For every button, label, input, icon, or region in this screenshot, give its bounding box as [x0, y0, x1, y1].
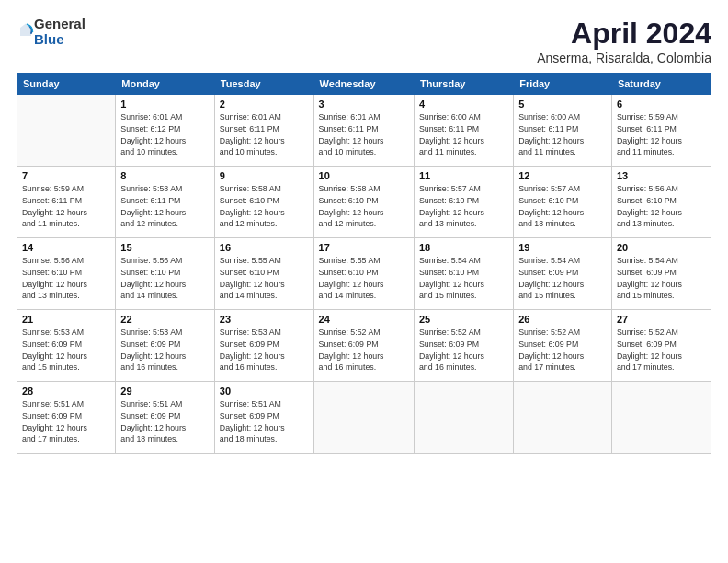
week-row-1: 1Sunrise: 6:01 AM Sunset: 6:12 PM Daylig…: [17, 95, 711, 167]
location-subtitle: Anserma, Risaralda, Colombia: [537, 51, 711, 65]
day-cell: [17, 95, 116, 167]
day-cell: 5Sunrise: 6:00 AM Sunset: 6:11 PM Daylig…: [514, 95, 612, 167]
day-info: Sunrise: 5:51 AM Sunset: 6:09 PM Dayligh…: [220, 398, 309, 445]
day-number: 7: [22, 170, 110, 181]
day-info: Sunrise: 5:53 AM Sunset: 6:09 PM Dayligh…: [22, 327, 110, 373]
day-info: Sunrise: 5:52 AM Sunset: 6:09 PM Dayligh…: [617, 327, 706, 373]
day-info: Sunrise: 6:01 AM Sunset: 6:11 PM Dayligh…: [319, 111, 409, 158]
logo-blue: Blue: [34, 31, 64, 47]
day-info: Sunrise: 6:00 AM Sunset: 6:11 PM Dayligh…: [419, 111, 508, 158]
col-header-tuesday: Tuesday: [214, 74, 313, 95]
day-number: 24: [319, 314, 409, 325]
day-info: Sunrise: 6:00 AM Sunset: 6:11 PM Dayligh…: [518, 111, 607, 158]
day-info: Sunrise: 5:56 AM Sunset: 6:10 PM Dayligh…: [617, 183, 706, 230]
day-cell: 2Sunrise: 6:01 AM Sunset: 6:11 PM Daylig…: [214, 95, 313, 167]
day-info: Sunrise: 5:51 AM Sunset: 6:09 PM Dayligh…: [22, 398, 110, 445]
day-info: Sunrise: 6:01 AM Sunset: 6:12 PM Dayligh…: [120, 111, 210, 158]
day-number: 11: [419, 170, 508, 181]
header: General Blue April 2024 Anserma, Risaral…: [17, 17, 711, 65]
day-number: 5: [518, 98, 607, 109]
day-cell: 13Sunrise: 5:56 AM Sunset: 6:10 PM Dayli…: [611, 167, 711, 238]
logo-icon: [17, 22, 34, 39]
day-number: 17: [319, 242, 409, 253]
day-info: Sunrise: 5:53 AM Sunset: 6:09 PM Dayligh…: [120, 327, 210, 373]
day-number: 4: [419, 98, 508, 109]
day-info: Sunrise: 5:57 AM Sunset: 6:10 PM Dayligh…: [518, 183, 607, 230]
col-header-thursday: Thursday: [414, 74, 513, 95]
day-cell: 3Sunrise: 6:01 AM Sunset: 6:11 PM Daylig…: [313, 95, 414, 167]
day-number: 1: [120, 98, 210, 109]
col-header-sunday: Sunday: [17, 74, 116, 95]
day-number: 8: [120, 170, 210, 181]
day-cell: 29Sunrise: 5:51 AM Sunset: 6:09 PM Dayli…: [116, 382, 215, 454]
month-title: April 2024: [537, 17, 711, 51]
logo-general: General: [34, 16, 85, 31]
day-info: Sunrise: 5:58 AM Sunset: 6:10 PM Dayligh…: [319, 183, 409, 230]
day-number: 18: [419, 242, 508, 253]
day-cell: 10Sunrise: 5:58 AM Sunset: 6:10 PM Dayli…: [313, 167, 414, 238]
day-info: Sunrise: 5:57 AM Sunset: 6:10 PM Dayligh…: [419, 183, 508, 230]
day-info: Sunrise: 5:54 AM Sunset: 6:09 PM Dayligh…: [518, 255, 607, 302]
week-row-3: 14Sunrise: 5:56 AM Sunset: 6:10 PM Dayli…: [17, 238, 711, 310]
day-cell: 9Sunrise: 5:58 AM Sunset: 6:10 PM Daylig…: [214, 167, 313, 238]
day-info: Sunrise: 5:52 AM Sunset: 6:09 PM Dayligh…: [319, 327, 409, 373]
day-cell: 18Sunrise: 5:54 AM Sunset: 6:10 PM Dayli…: [414, 238, 513, 310]
day-info: Sunrise: 5:51 AM Sunset: 6:09 PM Dayligh…: [120, 398, 210, 445]
col-header-wednesday: Wednesday: [313, 74, 414, 95]
day-cell: [414, 382, 513, 454]
day-cell: 21Sunrise: 5:53 AM Sunset: 6:09 PM Dayli…: [17, 310, 116, 382]
calendar-table: SundayMondayTuesdayWednesdayThursdayFrid…: [17, 73, 711, 454]
day-number: 22: [120, 314, 210, 325]
day-number: 19: [518, 242, 607, 253]
day-cell: 27Sunrise: 5:52 AM Sunset: 6:09 PM Dayli…: [611, 310, 711, 382]
day-number: 10: [319, 170, 409, 181]
week-row-2: 7Sunrise: 5:59 AM Sunset: 6:11 PM Daylig…: [17, 167, 711, 238]
day-cell: 8Sunrise: 5:58 AM Sunset: 6:11 PM Daylig…: [116, 167, 215, 238]
day-number: 23: [220, 314, 309, 325]
day-cell: [611, 382, 711, 454]
day-cell: 17Sunrise: 5:55 AM Sunset: 6:10 PM Dayli…: [313, 238, 414, 310]
day-cell: 6Sunrise: 5:59 AM Sunset: 6:11 PM Daylig…: [611, 95, 711, 167]
day-number: 14: [22, 242, 110, 253]
header-row: SundayMondayTuesdayWednesdayThursdayFrid…: [17, 74, 711, 95]
day-info: Sunrise: 5:54 AM Sunset: 6:10 PM Dayligh…: [419, 255, 508, 302]
day-info: Sunrise: 5:58 AM Sunset: 6:11 PM Dayligh…: [120, 183, 210, 230]
day-number: 12: [518, 170, 607, 181]
day-cell: 7Sunrise: 5:59 AM Sunset: 6:11 PM Daylig…: [17, 167, 116, 238]
day-number: 13: [617, 170, 706, 181]
day-number: 26: [518, 314, 607, 325]
day-info: Sunrise: 5:59 AM Sunset: 6:11 PM Dayligh…: [22, 183, 110, 230]
day-info: Sunrise: 5:56 AM Sunset: 6:10 PM Dayligh…: [120, 255, 210, 302]
week-row-4: 21Sunrise: 5:53 AM Sunset: 6:09 PM Dayli…: [17, 310, 711, 382]
day-cell: 19Sunrise: 5:54 AM Sunset: 6:09 PM Dayli…: [514, 238, 612, 310]
week-row-5: 28Sunrise: 5:51 AM Sunset: 6:09 PM Dayli…: [17, 382, 711, 454]
day-info: Sunrise: 5:52 AM Sunset: 6:09 PM Dayligh…: [518, 327, 607, 373]
day-cell: 1Sunrise: 6:01 AM Sunset: 6:12 PM Daylig…: [116, 95, 215, 167]
col-header-friday: Friday: [514, 74, 612, 95]
day-cell: 16Sunrise: 5:55 AM Sunset: 6:10 PM Dayli…: [214, 238, 313, 310]
day-info: Sunrise: 5:55 AM Sunset: 6:10 PM Dayligh…: [220, 255, 309, 302]
day-info: Sunrise: 5:59 AM Sunset: 6:11 PM Dayligh…: [617, 111, 706, 158]
day-info: Sunrise: 5:55 AM Sunset: 6:10 PM Dayligh…: [319, 255, 409, 302]
day-number: 25: [419, 314, 508, 325]
day-cell: 30Sunrise: 5:51 AM Sunset: 6:09 PM Dayli…: [214, 382, 313, 454]
day-number: 6: [617, 98, 706, 109]
day-info: Sunrise: 5:52 AM Sunset: 6:09 PM Dayligh…: [419, 327, 508, 373]
day-cell: [313, 382, 414, 454]
day-info: Sunrise: 5:53 AM Sunset: 6:09 PM Dayligh…: [220, 327, 309, 373]
day-info: Sunrise: 5:58 AM Sunset: 6:10 PM Dayligh…: [220, 183, 309, 230]
title-block: April 2024 Anserma, Risaralda, Colombia: [537, 17, 711, 65]
day-number: 21: [22, 314, 110, 325]
day-cell: 14Sunrise: 5:56 AM Sunset: 6:10 PM Dayli…: [17, 238, 116, 310]
day-number: 16: [220, 242, 309, 253]
day-number: 2: [220, 98, 309, 109]
day-number: 15: [120, 242, 210, 253]
day-cell: 20Sunrise: 5:54 AM Sunset: 6:09 PM Dayli…: [611, 238, 711, 310]
day-number: 30: [220, 385, 309, 396]
day-cell: 26Sunrise: 5:52 AM Sunset: 6:09 PM Dayli…: [514, 310, 612, 382]
page: General Blue April 2024 Anserma, Risaral…: [0, 0, 728, 563]
day-cell: 12Sunrise: 5:57 AM Sunset: 6:10 PM Dayli…: [514, 167, 612, 238]
day-cell: 15Sunrise: 5:56 AM Sunset: 6:10 PM Dayli…: [116, 238, 215, 310]
day-info: Sunrise: 6:01 AM Sunset: 6:11 PM Dayligh…: [220, 111, 309, 158]
day-cell: 4Sunrise: 6:00 AM Sunset: 6:11 PM Daylig…: [414, 95, 513, 167]
